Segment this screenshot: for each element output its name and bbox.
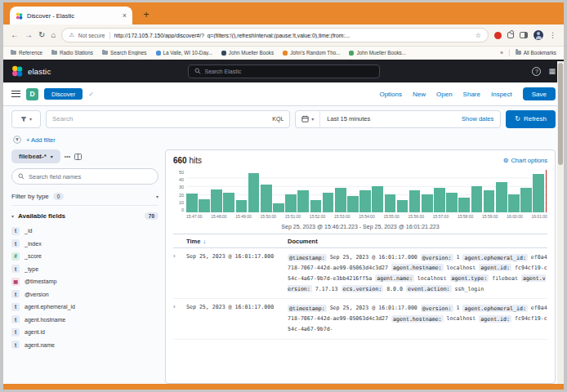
filter-by-type[interactable]: Filter by type 0 ▾ bbox=[11, 189, 158, 206]
share-link[interactable]: Share bbox=[463, 91, 480, 98]
field-item[interactable]: ▦@timestamp bbox=[11, 275, 158, 288]
space-avatar[interactable]: D bbox=[26, 88, 38, 100]
forward-icon[interactable]: → bbox=[25, 31, 33, 39]
histogram-bar[interactable] bbox=[297, 190, 309, 212]
bookmark-item[interactable]: John Mueller Books bbox=[221, 50, 274, 56]
new-tab-button[interactable]: + bbox=[139, 7, 154, 22]
extension-icon[interactable] bbox=[494, 32, 502, 39]
bookmark-item[interactable]: La Valle, WI 10-Day... bbox=[156, 50, 212, 56]
collapse-sidebar-icon[interactable] bbox=[74, 154, 82, 160]
field-item[interactable]: #_score bbox=[11, 250, 158, 263]
histogram-bar[interactable] bbox=[409, 190, 421, 212]
apps-grid-icon[interactable]: ▦ bbox=[548, 67, 556, 75]
save-button[interactable]: Save bbox=[523, 87, 556, 100]
expand-row-icon[interactable]: › bbox=[173, 252, 186, 261]
field-item[interactable]: t_index bbox=[11, 238, 158, 251]
filter-funnel-icon[interactable] bbox=[13, 136, 21, 144]
histogram-bar[interactable] bbox=[186, 194, 198, 212]
histogram-bar[interactable] bbox=[285, 194, 297, 212]
sort-desc-icon[interactable]: ↓ bbox=[203, 238, 206, 245]
page-scrollbar[interactable] bbox=[557, 61, 564, 384]
time-range-label[interactable]: Last 15 minutes bbox=[320, 115, 455, 122]
histogram-bar[interactable] bbox=[471, 186, 483, 212]
extensions-puzzle-icon[interactable] bbox=[507, 32, 514, 38]
back-icon[interactable]: ← bbox=[11, 31, 19, 39]
global-search-input[interactable] bbox=[205, 69, 373, 74]
field-search[interactable] bbox=[11, 168, 158, 185]
histogram-bar[interactable] bbox=[248, 173, 260, 212]
refresh-button[interactable]: ↻ Refresh bbox=[506, 110, 556, 128]
open-link[interactable]: Open bbox=[436, 91, 453, 98]
histogram-bar[interactable] bbox=[359, 190, 371, 212]
histogram-bar[interactable] bbox=[508, 194, 520, 212]
add-filter-button[interactable]: + Add filter bbox=[26, 136, 56, 144]
field-item[interactable]: t@version bbox=[11, 288, 158, 301]
field-item[interactable]: tagent.id bbox=[11, 326, 158, 339]
histogram-bar[interactable] bbox=[446, 193, 458, 212]
histogram-bar[interactable] bbox=[261, 185, 272, 212]
field-item[interactable]: t_id bbox=[11, 225, 158, 238]
elastic-brand[interactable]: elastic bbox=[11, 65, 150, 77]
field-item[interactable]: t_type bbox=[11, 263, 158, 276]
security-label[interactable]: Not secure bbox=[78, 33, 105, 38]
field-item[interactable]: tagent.ephemeral_id bbox=[11, 301, 158, 314]
query-input[interactable] bbox=[52, 115, 268, 122]
histogram-bar[interactable] bbox=[335, 188, 346, 212]
histogram-bar[interactable] bbox=[323, 193, 334, 212]
index-pattern-button[interactable]: filebeat-* ▾ bbox=[11, 149, 60, 163]
histogram-bar[interactable] bbox=[372, 186, 383, 212]
options-link[interactable]: Options bbox=[379, 91, 402, 98]
histogram-bar[interactable] bbox=[273, 203, 284, 212]
bookmark-star-icon[interactable]: ☆ bbox=[475, 32, 481, 39]
home-icon[interactable]: ⌂ bbox=[51, 31, 56, 39]
show-dates-link[interactable]: Show dates bbox=[455, 115, 500, 122]
query-language-button[interactable]: KQL bbox=[272, 116, 284, 122]
menu-hamburger-icon[interactable] bbox=[11, 91, 20, 98]
new-link[interactable]: New bbox=[413, 91, 426, 98]
all-bookmarks-button[interactable]: All Bookmarks bbox=[516, 50, 556, 56]
bookmark-item[interactable]: Reference bbox=[11, 50, 42, 56]
query-input-wrap[interactable]: KQL bbox=[46, 110, 290, 128]
field-item[interactable]: tagent.name bbox=[11, 339, 158, 352]
url-text[interactable]: http://172.105.7.150/app/discover#/?_g=(… bbox=[114, 33, 471, 38]
histogram-bar[interactable] bbox=[533, 174, 544, 212]
histogram-bar[interactable] bbox=[458, 198, 470, 212]
close-tab-icon[interactable]: × bbox=[123, 11, 127, 20]
help-icon[interactable]: ? bbox=[532, 67, 541, 76]
saved-query-menu-button[interactable]: ▾ bbox=[11, 110, 41, 128]
histogram-bar[interactable] bbox=[347, 196, 359, 212]
profile-avatar[interactable] bbox=[534, 30, 543, 40]
side-panel-icon[interactable] bbox=[520, 32, 528, 38]
histogram-bar[interactable] bbox=[484, 190, 495, 212]
bookmark-item[interactable]: John's Random Tho... bbox=[283, 50, 340, 56]
reload-icon[interactable]: ↻ bbox=[38, 31, 45, 39]
bookmark-item[interactable]: Radio Stations bbox=[51, 50, 93, 56]
scrollbar-thumb[interactable] bbox=[558, 63, 563, 165]
histogram-bar[interactable] bbox=[397, 200, 409, 212]
chart-options-button[interactable]: ⚙ Chart options bbox=[503, 157, 547, 164]
histogram-bar[interactable] bbox=[310, 200, 322, 212]
field-actions-icon[interactable]: ••• bbox=[65, 154, 70, 159]
browser-tab[interactable]: Discover - Elastic × bbox=[10, 7, 132, 24]
histogram-bar[interactable] bbox=[496, 182, 507, 212]
histogram-bar[interactable] bbox=[223, 193, 234, 212]
address-bar[interactable]: ⚠ Not secure http://172.105.7.150/app/di… bbox=[61, 28, 489, 42]
field-search-input[interactable] bbox=[29, 173, 152, 180]
bookmark-item[interactable]: John Mueller Books... bbox=[349, 50, 406, 56]
breadcrumb-discover[interactable]: Discover bbox=[44, 88, 83, 100]
bookmark-item[interactable]: Search Engines bbox=[102, 50, 146, 56]
bookmarks-overflow-icon[interactable]: » bbox=[500, 50, 503, 56]
expand-row-icon[interactable]: › bbox=[173, 303, 186, 311]
histogram-bar[interactable] bbox=[236, 200, 248, 212]
global-search[interactable] bbox=[188, 65, 380, 78]
inspect-link[interactable]: Inspect bbox=[491, 91, 512, 98]
calendar-menu-button[interactable]: ▾ bbox=[296, 111, 320, 127]
histogram-bar[interactable] bbox=[520, 188, 532, 212]
time-column-header[interactable]: Time ↓ bbox=[186, 238, 288, 245]
histogram-bar[interactable] bbox=[422, 194, 433, 212]
histogram-bar[interactable] bbox=[385, 194, 396, 212]
histogram-bar[interactable] bbox=[211, 189, 222, 212]
histogram-bar[interactable] bbox=[434, 188, 445, 212]
browser-menu-icon[interactable]: ⋮ bbox=[549, 31, 556, 39]
histogram-bar[interactable] bbox=[199, 199, 210, 212]
